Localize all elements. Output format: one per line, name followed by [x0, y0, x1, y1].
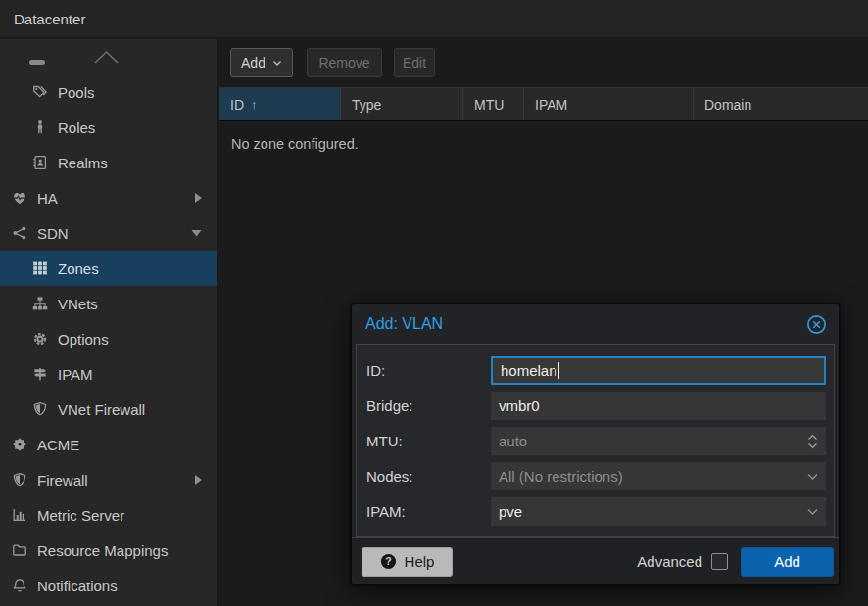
sidebar-item-label: Roles [58, 119, 95, 136]
add-button-label: Add [241, 55, 265, 70]
column-header-ipam[interactable]: IPAM [524, 88, 694, 120]
grid-icon [31, 260, 49, 276]
ipam-dropdown[interactable]: pve [491, 497, 826, 526]
column-header-domain[interactable]: Domain [694, 88, 868, 120]
remove-button[interactable]: Remove [307, 48, 382, 77]
chevron-right-icon[interactable] [193, 474, 203, 487]
signpost-icon [31, 366, 49, 382]
sidebar-item-firewall[interactable]: Firewall [0, 462, 217, 497]
dialog-form: ID: homelan Bridge: vmbr0 MTU: auto Node… [356, 344, 835, 537]
nodes-dropdown[interactable]: All (No restrictions) [491, 462, 826, 490]
sidebar-item-label: ACME [37, 437, 79, 453]
sitemap-icon [31, 296, 49, 311]
sidebar-item-acme[interactable]: ACME [0, 427, 217, 462]
top-bar: Datacenter [0, 0, 868, 38]
dialog-title: Add: VLAN [365, 315, 806, 333]
certificate-icon [11, 437, 28, 452]
sort-asc-icon: ↑ [251, 97, 258, 112]
sidebar-item-vnet-firewall[interactable]: VNet Firewall [0, 392, 217, 427]
close-icon [806, 314, 827, 335]
edit-button-label: Edit [403, 55, 426, 70]
edit-button[interactable]: Edit [394, 48, 435, 77]
empty-table-message: No zone configured. [231, 136, 359, 152]
column-header-type[interactable]: Type [341, 88, 463, 120]
sidebar-item-label: Resource Mappings [37, 542, 168, 559]
sidebar-item-options[interactable]: Options [0, 321, 217, 356]
spinner-buttons[interactable] [806, 433, 819, 449]
sidebar-item-label: VNets [58, 296, 98, 312]
bridge-label: Bridge: [366, 392, 413, 420]
sidebar-item-label: Metric Server [37, 507, 124, 524]
sidebar-item-resource-mappings[interactable]: Resource Mappings [0, 533, 217, 568]
chevron-down-icon [806, 507, 819, 516]
sidebar-item-label: Notifications [37, 578, 118, 594]
sidebar-item-pools[interactable]: Pools [0, 74, 217, 110]
add-vlan-dialog: Add: VLAN ID: homelan Bridge: vmbr0 MTU:… [351, 303, 840, 585]
sidebar-item-label: SDN [37, 225, 69, 242]
sidebar-item-label: Firewall [37, 472, 88, 489]
bridge-input[interactable]: vmbr0 [491, 392, 826, 420]
advanced-label: Advanced [637, 553, 702, 570]
sidebar-item-ha[interactable]: HA [0, 180, 217, 215]
heartbeat-icon [11, 190, 28, 206]
address-book-icon [31, 155, 49, 170]
chevron-down-icon[interactable] [190, 228, 203, 238]
ipam-dropdown-value: pve [499, 503, 522, 520]
sidebar-item-label: Realms [58, 155, 108, 171]
id-input-value: homelan [501, 362, 557, 379]
chevron-down-icon [806, 472, 819, 481]
table-header-row: ID ↑ Type MTU IPAM Domain [219, 87, 868, 121]
mtu-spinner[interactable]: auto [491, 427, 826, 455]
nodes-label: Nodes: [366, 462, 413, 490]
sidebar-scroll-up[interactable] [0, 39, 217, 74]
column-header-mtu[interactable]: MTU [463, 88, 524, 120]
folder-icon [11, 542, 28, 558]
remove-button-label: Remove [318, 55, 369, 70]
user-icon [31, 119, 49, 135]
submit-add-label: Add [774, 553, 800, 570]
bridge-input-value: vmbr0 [499, 397, 540, 414]
id-label: ID: [366, 356, 385, 385]
sidebar-item-label: Options [58, 331, 109, 348]
spinner-up-down-icon [806, 433, 819, 449]
sidebar-item-sdn[interactable]: SDN [0, 215, 217, 251]
advanced-checkbox[interactable] [711, 553, 728, 570]
sidebar-item-label: HA [37, 190, 58, 207]
chevron-up-icon [93, 50, 120, 65]
close-button[interactable] [806, 314, 827, 335]
sidebar-item-realms[interactable]: Realms [0, 145, 217, 180]
help-button-label: Help [405, 553, 435, 570]
sidebar-item-roles[interactable]: Roles [0, 110, 217, 145]
svg-text:?: ? [385, 555, 391, 567]
dialog-footer: ? Help Advanced Add [352, 537, 839, 584]
shield-icon [31, 401, 49, 417]
sidebar-item-label: IPAM [58, 366, 93, 383]
clipped-item-fragment [29, 60, 45, 65]
sidebar-item-zones[interactable]: Zones [0, 251, 217, 286]
network-icon [11, 225, 28, 241]
shield-icon [11, 472, 28, 488]
nodes-placeholder: All (No restrictions) [499, 468, 623, 485]
sidebar-tree: Pools Roles Realms HA SDN [0, 39, 218, 606]
help-button[interactable]: ? Help [362, 547, 453, 577]
sidebar-item-notifications[interactable]: Notifications [0, 568, 217, 603]
sidebar-item-metric-server[interactable]: Metric Server [0, 497, 217, 533]
submit-add-button[interactable]: Add [741, 547, 834, 577]
sidebar-item-label: Zones [58, 260, 99, 277]
sidebar-item-vnets[interactable]: VNets [0, 286, 217, 321]
caret-down-icon [272, 60, 282, 67]
chevron-right-icon[interactable] [193, 192, 203, 205]
bar-chart-icon [11, 507, 28, 523]
sidebar-item-label: Pools [58, 84, 95, 101]
ipam-label: IPAM: [366, 497, 406, 526]
tags-icon [31, 84, 49, 100]
mtu-label: MTU: [366, 427, 403, 455]
dialog-header[interactable]: Add: VLAN [352, 304, 839, 344]
sidebar-item-ipam[interactable]: IPAM [0, 356, 217, 392]
id-input[interactable]: homelan [491, 356, 826, 385]
text-cursor [558, 362, 560, 379]
add-button[interactable]: Add [230, 48, 293, 77]
sidebar-item-label: VNet Firewall [58, 401, 145, 418]
page-title: Datacenter [14, 11, 85, 27]
column-header-id[interactable]: ID ↑ [219, 88, 341, 120]
